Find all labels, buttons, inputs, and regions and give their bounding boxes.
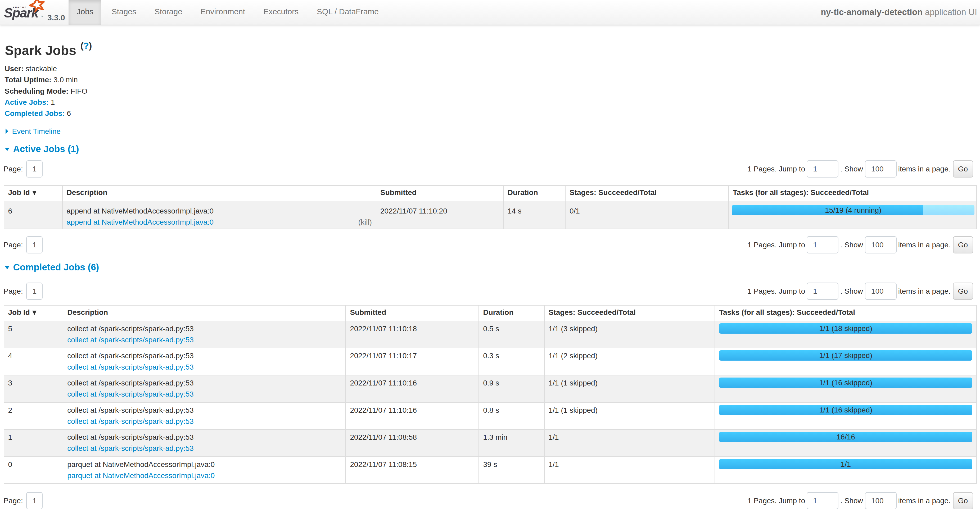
svg-text:Spark: Spark — [4, 6, 39, 21]
svg-text:™: ™ — [40, 15, 43, 18]
